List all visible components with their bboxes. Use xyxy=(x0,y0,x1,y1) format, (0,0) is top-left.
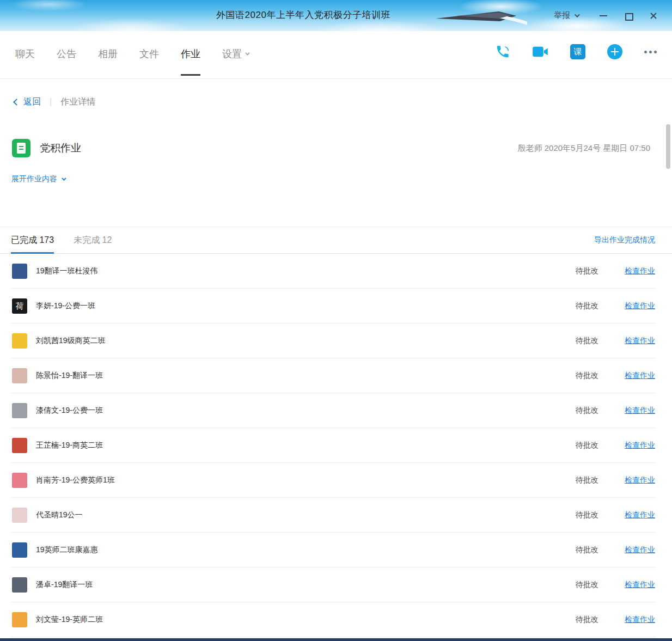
check-homework-link[interactable]: 检查作业 xyxy=(625,475,655,485)
homework-meta: 殷老师 2020年5月24号 星期日 07:50 xyxy=(518,143,650,154)
status-label: 待批改 xyxy=(576,545,598,555)
scrollbar-track xyxy=(665,124,671,638)
page-title: 作业详情 xyxy=(60,96,95,108)
student-name: 潘卓-19翻译一班 xyxy=(36,580,93,590)
report-button[interactable]: 举报 xyxy=(554,10,578,21)
check-homework-link[interactable]: 检查作业 xyxy=(625,580,655,590)
student-avatar xyxy=(12,577,27,593)
filter-tabs: 已完成 173 未完成 12 导出作业完成情况 xyxy=(0,227,672,254)
minimize-button[interactable] xyxy=(599,11,608,20)
student-name: 李妍-19-公费一班 xyxy=(36,301,95,311)
close-button[interactable] xyxy=(649,11,658,20)
student-avatar: 荷 xyxy=(12,298,27,314)
student-name: 代圣晴19公一 xyxy=(36,510,83,520)
course-icon[interactable]: 课 xyxy=(570,44,585,59)
chevron-down-icon xyxy=(62,176,66,180)
breadcrumb: 返回 | 作业详情 xyxy=(0,80,672,124)
window-border-bottom xyxy=(0,638,672,641)
student-name: 陈景怡-19-翻译一班 xyxy=(36,371,103,381)
tab-settings[interactable]: 设置 xyxy=(222,47,248,64)
homework-title: 党积作业 xyxy=(40,141,81,155)
student-list: 19翻译一班杜浚伟 待批改 检查作业 荷 李妍-19-公费一班 待批改 检查作业… xyxy=(0,254,672,637)
student-name: 刘凯茜19级商英二班 xyxy=(36,336,106,346)
status-label: 待批改 xyxy=(576,580,598,590)
expand-homework-content-button[interactable]: 展开作业内容 xyxy=(11,174,65,184)
check-homework-link[interactable]: 检查作业 xyxy=(625,266,655,276)
student-row: 陈景怡-19-翻译一班 待批改 检查作业 xyxy=(0,358,672,393)
tab-album[interactable]: 相册 xyxy=(98,47,118,64)
nav-bar: 聊天 公告 相册 文件 作业 设置 xyxy=(0,31,672,79)
check-homework-link[interactable]: 检查作业 xyxy=(625,301,655,311)
tab-completed[interactable]: 已完成 173 xyxy=(11,227,54,253)
report-label: 举报 xyxy=(554,10,570,21)
breadcrumb-separator: | xyxy=(50,97,52,107)
status-label: 待批改 xyxy=(576,441,598,450)
check-homework-link[interactable]: 检查作业 xyxy=(625,510,655,520)
check-homework-link[interactable]: 检查作业 xyxy=(625,615,655,625)
student-avatar xyxy=(12,264,27,279)
homework-document-icon xyxy=(12,139,30,157)
student-row: 19翻译一班杜浚伟 待批改 检查作业 xyxy=(0,254,672,289)
export-completion-link[interactable]: 导出作业完成情况 xyxy=(594,235,655,245)
student-row: 潘卓-19翻译一班 待批改 检查作业 xyxy=(0,567,672,602)
video-call-icon[interactable] xyxy=(532,45,548,59)
student-avatar xyxy=(12,612,27,627)
student-avatar xyxy=(12,542,27,558)
homework-header: 党积作业 殷老师 2020年5月24号 星期日 07:50 xyxy=(12,139,650,157)
status-label: 待批改 xyxy=(576,475,598,485)
student-avatar xyxy=(12,473,27,488)
voice-call-icon[interactable] xyxy=(495,44,510,59)
status-label: 待批改 xyxy=(576,301,598,311)
nav-tabs: 聊天 公告 相册 文件 作业 设置 xyxy=(15,47,248,64)
tab-homework[interactable]: 作业 xyxy=(181,47,200,64)
student-name: 19翻译一班杜浚伟 xyxy=(36,266,98,276)
tab-incomplete[interactable]: 未完成 12 xyxy=(74,227,112,253)
student-avatar xyxy=(12,368,27,383)
back-button[interactable]: 返回 xyxy=(14,96,41,108)
add-icon[interactable] xyxy=(607,44,622,59)
status-label: 待批改 xyxy=(576,371,598,381)
student-name: 漆倩文-19-公费一班 xyxy=(36,406,103,416)
decoration-plane xyxy=(435,9,527,25)
student-name: 肖南芳-19-公费英师1班 xyxy=(36,475,115,485)
student-row: 漆倩文-19-公费一班 待批改 检查作业 xyxy=(0,393,672,428)
title-bar: 外国语2020年上半年入党积极分子培训班 举报 xyxy=(0,0,672,31)
check-homework-link[interactable]: 检查作业 xyxy=(625,371,655,381)
student-name: 刘文莹-19-英师二班 xyxy=(36,615,103,625)
window-controls xyxy=(599,0,658,31)
check-homework-link[interactable]: 检查作业 xyxy=(625,441,655,450)
tab-chat[interactable]: 聊天 xyxy=(15,47,35,64)
tab-files[interactable]: 文件 xyxy=(139,47,159,64)
student-avatar xyxy=(12,403,27,418)
chevron-left-icon xyxy=(13,99,20,106)
student-row: 刘凯茜19级商英二班 待批改 检查作业 xyxy=(0,323,672,358)
status-label: 待批改 xyxy=(576,406,598,416)
check-homework-link[interactable]: 检查作业 xyxy=(625,545,655,555)
student-avatar xyxy=(12,508,27,523)
status-label: 待批改 xyxy=(576,615,598,625)
student-row: 代圣晴19公一 待批改 检查作业 xyxy=(0,498,672,533)
nav-action-icons: 课 xyxy=(495,44,657,59)
status-label: 待批改 xyxy=(576,510,598,520)
student-row: 19英师二班康嘉惠 待批改 检查作业 xyxy=(0,533,672,567)
more-icon[interactable] xyxy=(644,51,657,53)
maximize-button[interactable] xyxy=(624,11,633,20)
student-row: 荷 李妍-19-公费一班 待批改 检查作业 xyxy=(0,289,672,323)
student-row: 刘文莹-19-英师二班 待批改 检查作业 xyxy=(0,602,672,637)
scrollbar-thumb[interactable] xyxy=(666,124,670,169)
status-label: 待批改 xyxy=(576,336,598,346)
content-area: 党积作业 殷老师 2020年5月24号 星期日 07:50 展开作业内容 已完成… xyxy=(0,124,672,638)
student-avatar xyxy=(12,438,27,453)
student-row: 王芷楠-19-商英二班 待批改 检查作业 xyxy=(0,428,672,463)
check-homework-link[interactable]: 检查作业 xyxy=(625,336,655,346)
student-name: 19英师二班康嘉惠 xyxy=(36,545,98,555)
chevron-down-icon xyxy=(245,51,249,55)
student-row: 肖南芳-19-公费英师1班 待批改 检查作业 xyxy=(0,463,672,498)
tab-announcement[interactable]: 公告 xyxy=(57,47,76,64)
student-avatar xyxy=(12,333,27,349)
app-window: 外国语2020年上半年入党积极分子培训班 举报 聊天 公告 相册 文件 作业 设… xyxy=(0,0,672,641)
status-label: 待批改 xyxy=(576,266,598,276)
check-homework-link[interactable]: 检查作业 xyxy=(625,406,655,416)
student-name: 王芷楠-19-商英二班 xyxy=(36,441,103,450)
